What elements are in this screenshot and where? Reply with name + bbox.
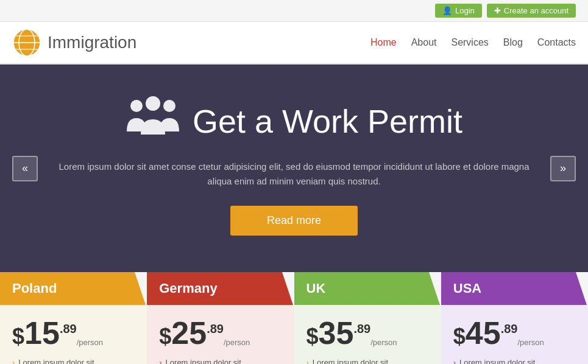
- nav-item-about[interactable]: About: [411, 37, 437, 48]
- poland-per: /person: [77, 338, 103, 347]
- uk-price: $ 35 .89 /person: [306, 317, 429, 349]
- usa-feature-1: › Lorem ipsum dolor sit: [453, 358, 576, 364]
- usa-label: USA: [453, 281, 481, 296]
- hero-group-icon: [126, 95, 180, 147]
- poland-dollar: $: [12, 324, 24, 349]
- usa-header: USA: [441, 272, 588, 305]
- login-label: Login: [455, 6, 475, 15]
- svg-point-8: [146, 96, 160, 111]
- pricing-card-poland: Poland $ 15 .89 /person › Lorem ipsum do…: [0, 272, 147, 364]
- uk-cents: .89: [353, 322, 370, 336]
- svg-point-7: [163, 100, 175, 112]
- usa-cents: .89: [501, 322, 518, 336]
- germany-amount: 25: [171, 317, 207, 349]
- hero-prev-button[interactable]: «: [12, 156, 38, 181]
- nav-item-blog[interactable]: Blog: [503, 37, 523, 48]
- uk-arrow-1: ›: [306, 358, 309, 364]
- usa-dollar: $: [453, 324, 466, 349]
- poland-feature-1: › Lorem ipsum dolor sit: [12, 358, 135, 364]
- arrow-left-icon: «: [22, 162, 28, 175]
- user-icon: 👤: [442, 6, 452, 15]
- germany-feature-1: › Lorem ipsum dolor sit: [159, 358, 282, 364]
- usa-arrow-1: ›: [453, 358, 456, 364]
- nav-item-contacts[interactable]: Contacts: [537, 37, 576, 48]
- usa-price: $ 45 .89 /person: [453, 317, 576, 349]
- top-bar: 👤 Login ✚ Create an account: [0, 0, 588, 22]
- uk-amount: 35: [319, 317, 354, 349]
- usa-amount: 45: [466, 317, 501, 349]
- nav-link-services[interactable]: Services: [451, 37, 488, 47]
- nav-link-blog[interactable]: Blog: [503, 37, 523, 47]
- uk-feature-text-1: Lorem ipsum dolor sit: [313, 358, 388, 364]
- germany-label: Germany: [159, 281, 217, 296]
- hero-content: Get a Work Permit Lorem ipsum dolor sit …: [51, 95, 538, 236]
- poland-price: $ 15 .89 /person: [12, 317, 135, 349]
- nav-link-contacts[interactable]: Contacts: [537, 37, 576, 47]
- login-button[interactable]: 👤 Login: [435, 4, 482, 18]
- poland-arrow-1: ›: [12, 358, 15, 364]
- hero-next-button[interactable]: »: [550, 156, 576, 181]
- hero-description: Lorem ipsum dolor sit amet conse ctetur …: [51, 159, 538, 189]
- usa-per: /person: [517, 338, 544, 347]
- uk-body: $ 35 .89 /person › Lorem ipsum dolor sit…: [294, 305, 441, 364]
- germany-price: $ 25 .89 /person: [159, 317, 282, 349]
- germany-feature-text-1: Lorem ipsum dolor sit: [166, 358, 241, 364]
- nav-links: Home About Services Blog Contacts: [370, 37, 576, 48]
- nav-link-about[interactable]: About: [411, 37, 437, 47]
- poland-header: Poland: [0, 272, 147, 305]
- usa-feature-text-1: Lorem ipsum dolor sit: [459, 358, 535, 364]
- logo: Immigration: [12, 28, 136, 57]
- create-label: Create an account: [504, 6, 569, 15]
- poland-cents: .89: [60, 322, 77, 336]
- poland-body: $ 15 .89 /person › Lorem ipsum dolor sit…: [0, 305, 147, 364]
- pricing-card-usa: USA $ 45 .89 /person › Lorem ipsum dolor…: [441, 272, 588, 364]
- hero-title: Get a Work Permit: [193, 102, 462, 140]
- nav-link-home[interactable]: Home: [370, 37, 397, 47]
- hero-readmore-button[interactable]: Read more: [230, 206, 358, 236]
- poland-feature-text-1: Lorem ipsum dolor sit: [18, 358, 94, 364]
- uk-label: UK: [306, 281, 326, 296]
- plus-icon: ✚: [494, 6, 501, 15]
- navbar: Immigration Home About Services Blog Con…: [0, 22, 588, 65]
- create-account-button[interactable]: ✚ Create an account: [487, 4, 576, 18]
- germany-per: /person: [224, 338, 250, 347]
- hero-title-row: Get a Work Permit: [51, 95, 538, 147]
- germany-cents: .89: [207, 322, 224, 336]
- germany-header: Germany: [147, 272, 294, 305]
- pricing-card-uk: UK $ 35 .89 /person › Lorem ipsum dolor …: [294, 272, 441, 364]
- logo-globe-icon: [12, 28, 41, 57]
- uk-per: /person: [370, 338, 397, 347]
- nav-item-services[interactable]: Services: [451, 37, 488, 48]
- usa-body: $ 45 .89 /person › Lorem ipsum dolor sit…: [441, 305, 588, 364]
- germany-arrow-1: ›: [159, 358, 161, 364]
- poland-amount: 15: [24, 317, 60, 349]
- germany-body: $ 25 .89 /person › Lorem ipsum dolor sit…: [147, 305, 294, 364]
- hero-section: « Get a Work Permit Lorem ipsum: [0, 65, 588, 272]
- pricing-section: Poland $ 15 .89 /person › Lorem ipsum do…: [0, 272, 588, 364]
- logo-text: Immigration: [48, 33, 136, 52]
- uk-header: UK: [294, 272, 441, 305]
- pricing-card-germany: Germany $ 25 .89 /person › Lorem ipsum d…: [147, 272, 294, 364]
- arrow-right-icon: »: [560, 162, 566, 175]
- uk-feature-1: › Lorem ipsum dolor sit: [306, 358, 429, 364]
- svg-point-6: [130, 100, 143, 112]
- nav-item-home[interactable]: Home: [370, 37, 397, 48]
- poland-label: Poland: [12, 281, 57, 296]
- uk-dollar: $: [306, 324, 319, 349]
- germany-dollar: $: [159, 324, 171, 349]
